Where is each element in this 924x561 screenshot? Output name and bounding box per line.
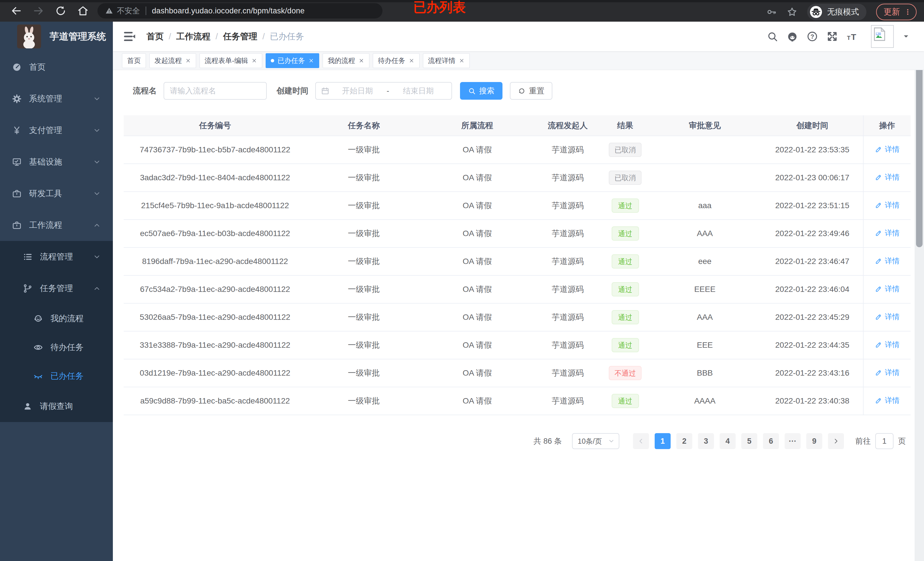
result-cell: 通过 <box>602 303 648 331</box>
sidebar-item-done-tasks[interactable]: 已办任务 <box>0 362 113 390</box>
action-cell: 详情 <box>863 275 910 303</box>
tab-home[interactable]: 首页 <box>122 53 146 68</box>
page-button[interactable]: 6 <box>763 433 779 449</box>
search-button[interactable]: 搜索 <box>460 82 502 100</box>
star-icon[interactable] <box>787 6 798 17</box>
detail-link[interactable]: 详情 <box>875 200 900 210</box>
column-header: 结果 <box>602 115 648 136</box>
detail-link[interactable]: 详情 <box>875 312 900 322</box>
tab-start-process[interactable]: 发起流程 <box>149 53 196 68</box>
sidebar-item-process-mgmt[interactable]: 流程管理 <box>0 241 113 272</box>
page-button[interactable]: 9 <box>806 433 822 449</box>
sidebar-item-payment[interactable]: 支付管理 <box>0 114 113 146</box>
key-icon[interactable] <box>766 6 777 17</box>
browser-menu-icon[interactable] <box>904 7 912 17</box>
update-button[interactable]: 更新 <box>876 4 916 20</box>
close-icon[interactable] <box>409 58 414 63</box>
column-header: 任务编号 <box>124 115 306 136</box>
page-button[interactable]: 4 <box>720 433 736 449</box>
process-cell: OA 请假 <box>421 331 533 359</box>
tab-done-tasks[interactable]: 已办任务 <box>266 53 319 68</box>
close-icon[interactable] <box>251 58 257 63</box>
search-icon <box>468 87 476 95</box>
close-icon[interactable] <box>459 58 465 63</box>
list-icon <box>23 252 33 262</box>
tab-label: 首页 <box>127 56 141 65</box>
detail-link[interactable]: 详情 <box>875 228 900 238</box>
forward-icon[interactable] <box>33 5 45 17</box>
back-icon[interactable] <box>10 5 22 17</box>
table-header-row: 任务编号任务名称所属流程流程发起人结果审批意见创建时间操作 <box>124 115 910 136</box>
top-navbar: 首页 / 工作流程 / 任务管理 / 已办任务 <box>113 22 924 51</box>
sidebar-item-my-process[interactable]: 我的流程 <box>0 304 113 333</box>
detail-link[interactable]: 详情 <box>875 172 900 182</box>
url-bar[interactable]: 不安全 dashboard.yudao.iocoder.cn/bpm/task/… <box>98 3 382 18</box>
sidebar-item-devtools[interactable]: 研发工具 <box>0 178 113 209</box>
result-badge: 通过 <box>612 310 639 325</box>
search-icon[interactable] <box>766 31 778 42</box>
sidebar-collapse-icon[interactable] <box>123 30 136 43</box>
end-date-placeholder[interactable]: 结束日期 <box>390 86 447 96</box>
sidebar-item-task-mgmt[interactable]: 任务管理 <box>0 272 113 304</box>
tab-my-process[interactable]: 我的流程 <box>322 53 369 68</box>
breadcrumb-item[interactable]: 首页 / <box>147 31 176 42</box>
edit-icon <box>875 257 882 265</box>
action-cell: 详情 <box>863 303 910 331</box>
goto-page-input[interactable] <box>875 433 894 449</box>
start-date-placeholder[interactable]: 开始日期 <box>330 86 386 96</box>
detail-link[interactable]: 详情 <box>875 256 900 266</box>
detail-link[interactable]: 详情 <box>875 340 900 350</box>
date-range-picker[interactable]: 开始日期 - 结束日期 <box>315 82 452 100</box>
chevron-down-icon <box>93 190 101 197</box>
detail-link[interactable]: 详情 <box>875 144 900 154</box>
avatar[interactable] <box>871 25 894 48</box>
sidebar-item-workflow[interactable]: 工作流程 <box>0 209 113 241</box>
tab-form-edit[interactable]: 流程表单-编辑 <box>200 53 262 68</box>
result-cell: 通过 <box>602 275 648 303</box>
sidebar-item-system[interactable]: 系统管理 <box>0 83 113 114</box>
close-icon[interactable] <box>308 58 314 63</box>
page-button[interactable]: 1 <box>655 433 670 449</box>
help-icon[interactable] <box>807 31 818 42</box>
calendar-icon <box>321 87 330 95</box>
sidebar-item-leave-query[interactable]: 请假查询 <box>0 390 113 422</box>
breadcrumb-item[interactable]: 任务管理 / <box>223 31 270 42</box>
logo-row[interactable]: 芋道管理系统 <box>0 22 113 51</box>
detail-link[interactable]: 详情 <box>875 368 900 378</box>
home-icon[interactable] <box>77 5 89 17</box>
sidebar-item-infra[interactable]: 基础设施 <box>0 146 113 178</box>
sidebar-item-todo-tasks[interactable]: 待办任务 <box>0 333 113 362</box>
process-cell: OA 请假 <box>421 303 533 331</box>
github-icon[interactable] <box>787 31 798 42</box>
chevron-right-icon <box>832 438 839 444</box>
page-size-select[interactable]: 10条/页 <box>572 433 620 449</box>
detail-link[interactable]: 详情 <box>875 284 900 294</box>
reload-icon[interactable] <box>55 5 67 17</box>
task-table: 任务编号任务名称所属流程流程发起人结果审批意见创建时间操作 74736737-7… <box>124 115 910 415</box>
starter-cell: 芋道源码 <box>533 331 602 359</box>
avatar-caret-icon[interactable] <box>902 33 910 40</box>
next-page-button[interactable] <box>828 433 844 449</box>
tab-todo-tasks[interactable]: 待办任务 <box>373 53 420 68</box>
detail-link[interactable]: 详情 <box>875 395 900 405</box>
breadcrumb-item[interactable]: 已办任务 <box>270 31 314 42</box>
process-name-input[interactable] <box>164 82 267 100</box>
tab-process-detail[interactable]: 流程详情 <box>423 53 470 68</box>
page-button[interactable]: ··· <box>784 433 801 449</box>
breadcrumb-item[interactable]: 工作流程 / <box>176 31 223 42</box>
reset-button[interactable]: 重置 <box>510 82 552 100</box>
main-area: 首页 / 工作流程 / 任务管理 / 已办任务 <box>113 22 924 561</box>
page-button[interactable]: 3 <box>698 433 714 449</box>
close-icon[interactable] <box>358 58 364 63</box>
fullscreen-icon[interactable] <box>826 31 838 42</box>
font-size-icon[interactable] <box>846 31 858 42</box>
comment-cell: BBB <box>648 359 762 387</box>
close-icon[interactable] <box>185 58 191 63</box>
prev-page-button[interactable] <box>633 433 649 449</box>
sidebar-item-home[interactable]: 首页 <box>0 51 113 83</box>
page-button[interactable]: 5 <box>741 433 757 449</box>
page-button[interactable]: 2 <box>676 433 692 449</box>
page-scrollbar[interactable] <box>915 22 924 561</box>
time-cell: 2022-01-22 23:44:35 <box>762 331 863 359</box>
not-secure-icon <box>105 6 113 15</box>
